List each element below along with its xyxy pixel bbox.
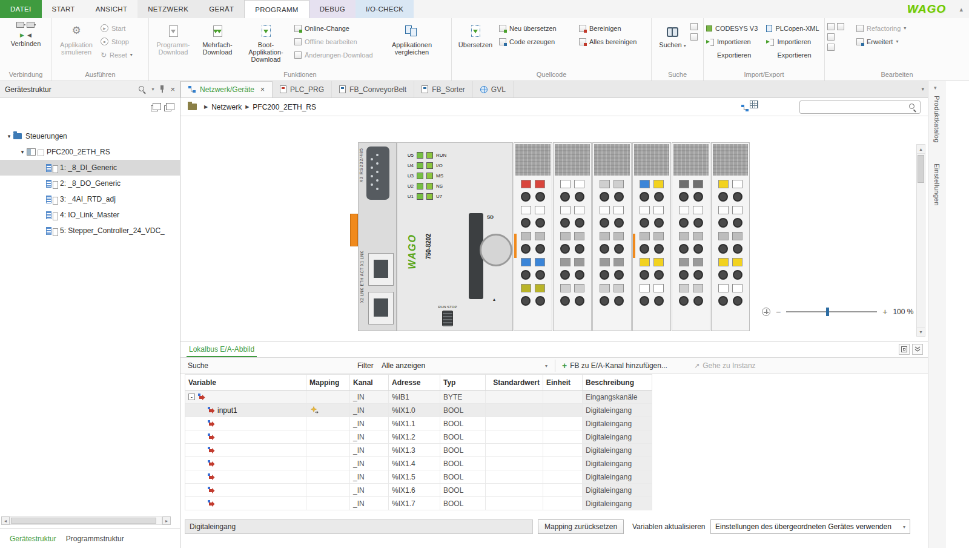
mapping-cell[interactable] xyxy=(306,430,350,443)
menu-tab-debug[interactable]: DEBUG xyxy=(309,0,356,18)
mapping-cell[interactable] xyxy=(306,457,350,470)
column-header-beschreibung[interactable]: Beschreibung xyxy=(583,375,652,390)
update-variables-button[interactable]: Variablen aktualisieren xyxy=(626,519,712,534)
scroll-left-icon[interactable]: ◂ xyxy=(1,516,10,525)
generate-code-button[interactable]: Code erzeugen xyxy=(499,36,577,47)
ribbon-collapse-icon[interactable]: ▴ xyxy=(959,5,963,13)
settings-dropdown[interactable]: Einstellungen des übergeordneten Gerätes… xyxy=(710,519,910,534)
io-table-row[interactable]: _IN%IX1.6BOOLDigitaleingang xyxy=(185,484,652,497)
mapping-cell[interactable] xyxy=(306,390,350,403)
variable-cell[interactable] xyxy=(185,497,306,510)
search-prev-icon[interactable] xyxy=(690,33,698,41)
pan-zoom-icon[interactable] xyxy=(762,308,770,316)
io-table-row[interactable]: -_IN%IB1BYTEEingangskanäle xyxy=(185,390,652,404)
breadcrumb-current[interactable]: PFC200_2ETH_RS xyxy=(253,103,316,111)
stop-button[interactable]: ■Stopp xyxy=(101,36,133,47)
edit-icon-1[interactable] xyxy=(827,23,835,30)
clean-button[interactable]: Bereinigen xyxy=(579,23,646,33)
column-header-variable[interactable]: Variable xyxy=(185,375,306,390)
close-icon[interactable]: × xyxy=(170,86,175,93)
tab-lokalbus-ea-abbild[interactable]: Lokalbus E/A-Abbild xyxy=(187,343,257,357)
add-fb-button[interactable]: +FB zu E/A-Kanal hinzufügen... xyxy=(562,358,667,374)
menu-tab-programm[interactable]: PROGRAMM xyxy=(244,0,309,18)
zoom-in-button[interactable]: + xyxy=(882,307,887,317)
refactoring-button[interactable]: Refactoring▾ xyxy=(856,23,906,33)
mapping-cell[interactable] xyxy=(306,404,350,417)
doc-tab-fb-conveyorbelt[interactable]: FB_ConveyorBelt xyxy=(332,81,414,97)
network-canvas[interactable]: X3 RS232/485 X2 LNK ETH ACT X1 LNK U5RUN… xyxy=(180,116,928,341)
codesys-import-button[interactable]: Importieren xyxy=(706,36,764,47)
program-download-button[interactable]: Programm-Download xyxy=(151,21,195,56)
search-button[interactable]: Suchen ▾ xyxy=(657,21,687,50)
menu-tab-ansicht[interactable]: ANSICHT xyxy=(85,0,138,18)
multi-download-button[interactable]: Mehrfach-Download xyxy=(197,21,237,56)
variable-cell[interactable] xyxy=(185,444,306,456)
doc-tab-fb-sorter[interactable]: FB_Sorter xyxy=(414,81,473,97)
reset-button[interactable]: ↻Reset▾ xyxy=(101,50,133,60)
io-table-row[interactable]: _IN%IX1.3BOOLDigitaleingang xyxy=(185,444,652,457)
tab-produktkatalog[interactable]: Produktkatalog xyxy=(933,96,941,143)
variable-cell[interactable] xyxy=(185,470,306,483)
boot-application-download-button[interactable]: Boot-Applikation-Download xyxy=(240,21,292,64)
column-header-adresse[interactable]: Adresse xyxy=(389,375,440,390)
tab-geraetestruktur[interactable]: Gerätestruktur xyxy=(6,532,60,545)
clean-all-button[interactable]: Alles bereinigen xyxy=(579,36,646,47)
doc-tab-netzwerk-ger-te[interactable]: Netzwerk/Geräte× xyxy=(180,81,273,97)
menu-tab-netzwerk[interactable]: NETZWERK xyxy=(137,0,199,18)
variable-cell[interactable]: input1 xyxy=(185,404,306,417)
vertical-scrollbar[interactable]: ▴ ▾ xyxy=(916,144,925,337)
tree-item-1-8-di-generic[interactable]: 1: _8_DI_Generic xyxy=(0,160,180,176)
expander-icon[interactable]: ▾ xyxy=(5,133,13,139)
breadcrumb-root[interactable]: Netzwerk xyxy=(211,103,242,111)
mapping-cell[interactable] xyxy=(306,497,350,510)
io-table-row[interactable]: _IN%IX1.5BOOLDigitaleingang xyxy=(185,470,652,484)
search-icon[interactable] xyxy=(139,86,146,93)
maximize-panel-button[interactable] xyxy=(899,344,910,355)
build-button[interactable]: Übersetzen xyxy=(454,21,497,49)
search-next-icon[interactable] xyxy=(690,23,698,30)
codesys-export-button[interactable]: Exportieren xyxy=(706,50,764,60)
compare-applications-button[interactable]: Applikationen vergleichen xyxy=(385,21,438,56)
menu-tab-i-o-check[interactable]: I/O-CHECK xyxy=(356,0,414,18)
variable-cell[interactable] xyxy=(185,484,306,496)
tab-overflow-icon[interactable]: ▾ xyxy=(921,86,924,92)
edit-icon-3[interactable] xyxy=(827,33,835,41)
zoom-out-button[interactable]: − xyxy=(776,307,781,317)
io-table-row[interactable]: _IN%IX1.1BOOLDigitaleingang xyxy=(185,417,652,430)
variable-cell[interactable] xyxy=(185,430,306,443)
collapse-panel-button[interactable] xyxy=(912,344,923,355)
search-field-label[interactable]: Suche xyxy=(188,358,208,374)
menu-tab-ger-t[interactable]: GERÄT xyxy=(199,0,244,18)
tree-item-4-io-link-master[interactable]: 4: IO_Link_Master xyxy=(0,207,180,223)
scrollbar-thumb[interactable] xyxy=(11,518,156,524)
io-table-row[interactable]: _IN%IX1.7BOOLDigitaleingang xyxy=(185,497,652,510)
zoom-slider[interactable] xyxy=(786,311,877,312)
scrollbar-thumb[interactable] xyxy=(918,155,924,183)
column-header-mapping[interactable]: Mapping xyxy=(306,375,350,390)
column-header-kanal[interactable]: Kanal xyxy=(350,375,389,390)
variable-cell[interactable]: - xyxy=(185,390,306,403)
chevron-down-icon[interactable]: ▾ xyxy=(934,85,937,91)
horizontal-scrollbar[interactable]: ◂ ▸ xyxy=(1,516,171,525)
mapping-cell[interactable] xyxy=(306,444,350,456)
advanced-button[interactable]: Erweitert▾ xyxy=(856,36,906,47)
table-view-icon[interactable] xyxy=(750,100,758,108)
tree-item-5-stepper-controller-24-vdc[interactable]: 5: Stepper_Controller_24_VDC_ xyxy=(0,223,180,239)
tab-einstellungen[interactable]: Einstellungen xyxy=(933,163,941,206)
mapping-cell[interactable] xyxy=(306,484,350,496)
rebuild-button[interactable]: Neu übersetzen xyxy=(499,23,577,33)
edit-icon-2[interactable] xyxy=(837,23,844,30)
tree-item-steuerungen[interactable]: ▾Steuerungen xyxy=(0,128,180,144)
mapping-cell[interactable] xyxy=(306,417,350,430)
tree-item-pfc200-2eth-rs[interactable]: ▾PFC200_2ETH_RS xyxy=(0,144,180,160)
reset-mapping-button[interactable]: Mapping zurücksetzen xyxy=(538,519,624,534)
column-header-einheit[interactable]: Einheit xyxy=(543,375,583,390)
io-table-row[interactable]: _IN%IX1.2BOOLDigitaleingang xyxy=(185,430,652,444)
io-table-row[interactable]: input1_IN%IX1.0BOOLDigitaleingang xyxy=(185,404,652,417)
tree-item-2-8-do-generic[interactable]: 2: _8_DO_Generic xyxy=(0,176,180,191)
zoom-slider-thumb[interactable] xyxy=(826,308,829,316)
connect-button[interactable]: ▶◀ Verbinden xyxy=(9,21,43,48)
simulate-application-button[interactable]: ⚙ Applikation simulieren xyxy=(55,21,98,56)
column-header-typ[interactable]: Typ xyxy=(440,375,486,390)
chevron-down-icon[interactable]: ▾ xyxy=(151,87,154,92)
